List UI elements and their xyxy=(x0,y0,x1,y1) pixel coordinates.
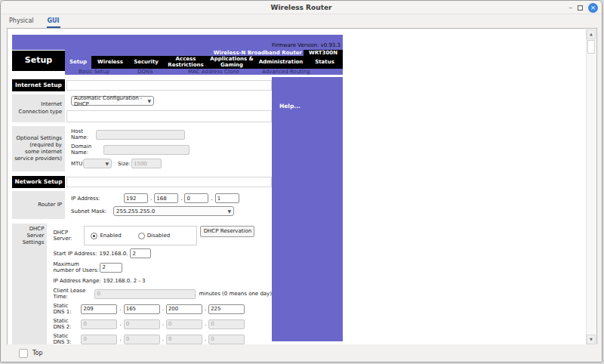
scroll-down-icon[interactable]: ▼ xyxy=(587,335,596,344)
sub-nav: Basic Setup DDNS MAC Address Clone Advan… xyxy=(65,69,343,75)
setup-form: Internet Setup Internet Connection type … xyxy=(12,79,272,361)
dhcp-enabled-radio[interactable] xyxy=(91,233,97,239)
ip-range-value: 192.168.0. 2 - 3 xyxy=(103,278,146,284)
mtu-label: MTU: xyxy=(71,161,83,167)
dns3-octet-4 xyxy=(208,335,245,344)
scroll-up-icon[interactable]: ▲ xyxy=(587,29,596,39)
octet-separator: . xyxy=(119,306,121,312)
ip-range-label: IP Address Range: xyxy=(53,278,100,284)
nav-access-restrictions[interactable]: Access Restrictions xyxy=(163,56,208,69)
page-header: Setup Wireless-N Broadband Router WRT300… xyxy=(12,50,343,75)
nav-setup[interactable]: Setup xyxy=(65,56,91,69)
ip-octet-4[interactable] xyxy=(215,193,239,203)
ip-octet-1[interactable] xyxy=(124,193,148,203)
dns2-octet-3 xyxy=(166,319,202,329)
static-dns1-label: Static DNS 1: xyxy=(53,303,81,315)
gui-viewport: Firmware Version: v0.93.3 Setup Wireless… xyxy=(7,28,597,345)
minimize-button[interactable]: – xyxy=(569,4,573,11)
statusbar: Top xyxy=(1,344,602,362)
host-name-label: Host Name: xyxy=(71,128,96,140)
dns1-octet-4[interactable] xyxy=(208,304,245,314)
ip-octet-2[interactable] xyxy=(154,193,178,203)
connection-type-value: Automatic Configuration - DHCP xyxy=(74,95,144,107)
chevron-down-icon: ▼ xyxy=(147,98,151,103)
octet-separator: . xyxy=(162,306,164,312)
dhcp-server-radio-group: Enabled Disabled xyxy=(84,226,197,245)
start-ip-prefix: 192.168.0. xyxy=(100,251,128,257)
router-ip-label: Router IP xyxy=(12,191,65,219)
subnav-basic-setup[interactable]: Basic Setup xyxy=(79,69,109,75)
main-nav: Setup Wireless Security Access Restricti… xyxy=(65,56,343,69)
header-spacer xyxy=(66,80,272,91)
dhcp-disabled-label: Disabled xyxy=(147,233,170,239)
top-banner: Firmware Version: v0.93.3 xyxy=(12,35,343,50)
optional-settings-label: Optional Settings (required by some inte… xyxy=(12,126,65,171)
dns1-octet-2[interactable] xyxy=(124,304,160,314)
dns1-octet-3[interactable] xyxy=(166,304,202,314)
max-users-label: Maximum number of Users: xyxy=(53,261,100,273)
start-ip-input[interactable] xyxy=(130,248,151,258)
static-dns3-label: Static DNS 3: xyxy=(53,333,81,345)
dns1-octet-1[interactable] xyxy=(81,304,117,314)
dns3-octet-2 xyxy=(124,335,160,344)
page-title: Setup xyxy=(12,51,65,71)
connection-spacer xyxy=(66,110,272,122)
nav-applications-gaming[interactable]: Applications & Gaming xyxy=(208,56,255,69)
ip-octet-3[interactable] xyxy=(184,193,208,203)
octet-separator: . xyxy=(162,321,164,327)
mtu-select: ▼ xyxy=(83,159,112,168)
lease-time-suffix: minutes (0 means one day) xyxy=(199,291,272,297)
subnav-advanced-routing[interactable]: Advanced Routing xyxy=(262,69,310,75)
model-strip: Wireless-N Broadband Router WRT300N xyxy=(65,50,343,56)
router-window: Wireless Router – × Physical GUI Firmwar… xyxy=(0,0,602,362)
tab-physical[interactable]: Physical xyxy=(8,17,35,28)
octet-separator: . xyxy=(205,336,206,342)
domain-name-input xyxy=(103,145,190,155)
product-name: Wireless-N Broadband Router xyxy=(214,50,302,56)
subnet-mask-select[interactable]: 255.255.255.0 ▼ xyxy=(113,206,234,216)
scrollbar-thumb[interactable] xyxy=(587,40,595,54)
dns2-octet-4 xyxy=(208,319,245,329)
max-users-input[interactable] xyxy=(100,263,122,273)
dns3-octet-1 xyxy=(81,335,117,344)
help-link[interactable]: Help... xyxy=(279,103,300,110)
nav-security[interactable]: Security xyxy=(129,56,163,69)
dns3-octet-3 xyxy=(166,335,202,344)
dns2-octet-2 xyxy=(124,319,160,329)
maximize-button[interactable] xyxy=(578,5,583,11)
dhcp-enabled-label: Enabled xyxy=(100,233,121,239)
octet-separator: . xyxy=(119,336,121,342)
dns2-octet-1 xyxy=(81,319,117,329)
lease-time-input xyxy=(94,289,196,299)
firmware-version: Firmware Version: v0.93.3 xyxy=(272,42,341,48)
close-button[interactable]: × xyxy=(588,3,598,13)
nav-administration[interactable]: Administration xyxy=(255,56,307,69)
nav-wireless[interactable]: Wireless xyxy=(91,56,129,69)
ip-address-label: IP Address: xyxy=(71,196,124,202)
top-checkbox[interactable] xyxy=(19,349,28,358)
vertical-scrollbar[interactable]: ▲ ▼ xyxy=(586,29,596,344)
connection-type-select[interactable]: Automatic Configuration - DHCP ▼ xyxy=(71,96,154,106)
linksys-setup-page: Firmware Version: v0.93.3 Setup Wireless… xyxy=(12,35,343,362)
tab-gui[interactable]: GUI xyxy=(47,17,60,28)
titlebar: Wireless Router – × xyxy=(1,1,602,14)
internet-setup-header: Internet Setup xyxy=(12,79,65,91)
octet-separator: . xyxy=(205,321,206,327)
model-number: WRT300N xyxy=(304,50,343,56)
window-title: Wireless Router xyxy=(1,1,602,14)
dhcp-disabled-radio[interactable] xyxy=(138,233,145,239)
help-sidebar: Help... xyxy=(272,77,343,341)
subnav-ddns[interactable]: DDNS xyxy=(137,69,153,75)
octet-separator: . xyxy=(162,336,164,342)
subnav-mac-address-clone[interactable]: MAC Address Clone xyxy=(188,69,239,75)
octet-separator: . xyxy=(180,196,182,202)
network-setup-header: Network Setup xyxy=(12,176,65,188)
nav-status[interactable]: Status xyxy=(307,56,343,69)
size-label: Size: xyxy=(118,161,131,167)
start-ip-label: Start IP Address: xyxy=(53,251,97,257)
dhcp-settings-label: DHCP Server Settings xyxy=(12,224,47,361)
chevron-down-icon: ▼ xyxy=(105,161,109,166)
connection-type-label: Internet Connection type xyxy=(12,94,65,122)
header-spacer xyxy=(66,177,272,187)
dhcp-reservation-button[interactable]: DHCP Reservation xyxy=(200,226,254,237)
